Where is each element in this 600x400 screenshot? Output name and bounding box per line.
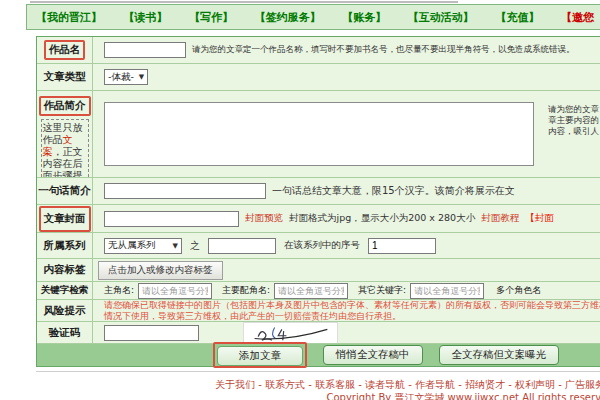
cover-red-link[interactable]: 【封面 xyxy=(525,212,554,225)
main-role-label: 主角名: xyxy=(104,284,134,297)
cover-tutorial-link[interactable]: 封面教程 xyxy=(481,212,519,225)
keywords-tail-text: 多个角色名 xyxy=(496,284,541,297)
row-tags: 内容标签 点击加入或修改内容标签 xyxy=(37,259,600,282)
main-role-input[interactable] xyxy=(138,283,212,299)
intro-side-line: 章主要内容的 xyxy=(548,115,599,126)
cover-format-text: 封面格式为jpg，显示大小为200 x 280大小 xyxy=(289,212,475,225)
label-title: 作品名 xyxy=(37,37,93,63)
intro-annotation-box: 作品简介 xyxy=(39,96,91,116)
footer-divider xyxy=(36,371,600,372)
support-role-input[interactable] xyxy=(274,283,348,299)
chevron-down-icon: ▼ xyxy=(139,73,144,81)
risk-line-2: 情况下使用，导致第三方维权，由此产生的一切赔偿责任均由您自行承担。 xyxy=(104,311,401,322)
series-name-input[interactable] xyxy=(208,238,276,254)
row-keywords: 关键字检索 主角名: 主要配角名: 其它关键字: 多个角色名 xyxy=(37,282,600,300)
row-intro: 作品简介 这里只放作品文案，正文内容在后面步骤提交 请为您的文章 章主要内容的 … xyxy=(37,91,600,178)
series-order-input[interactable] xyxy=(368,238,436,254)
add-annotation-box: 添加文章 xyxy=(213,342,307,368)
series-order-text: 在该系列中的序号 xyxy=(284,239,360,252)
nav-contract-service[interactable]: 【签约服务】 xyxy=(255,10,321,25)
cover-annotation-box: 文章封面 xyxy=(39,206,91,232)
keywords-label-text: 关键字检索 xyxy=(41,284,89,297)
intro-side-line: 内容，吸引人 xyxy=(548,126,599,137)
label-series: 所属系列 xyxy=(37,233,93,258)
label-captcha: 验证码 xyxy=(37,322,93,343)
nav-reading[interactable]: 【读书】 xyxy=(124,10,168,25)
nav-activities[interactable]: 【互动活动】 xyxy=(408,10,474,25)
save-draft-expose-button[interactable]: 全文存稿但文案曝光 xyxy=(439,345,560,365)
row-title: 作品名 请为您的文章定一个作品名称，填写时不要加书名号，也尽量不要出现半角符号，… xyxy=(37,37,600,64)
series-label-text: 所属系列 xyxy=(44,239,86,253)
label-tags: 内容标签 xyxy=(37,259,93,281)
save-draft-quiet-button[interactable]: 悄悄全文存稿中 xyxy=(323,345,423,365)
series-select[interactable]: 无从属系列 ▼ xyxy=(104,238,182,254)
cover-input[interactable] xyxy=(104,211,239,227)
footer-links[interactable]: 关于我们 - 联系方式 - 联系客服 - 读者导航 - 作者导航 - 招纳贤才 … xyxy=(0,378,600,392)
top-divider xyxy=(30,1,458,3)
series-select-value: 无从属系列 xyxy=(108,239,156,252)
label-cover: 文章封面 xyxy=(37,205,93,232)
nav-accounting[interactable]: 【账务】 xyxy=(342,10,386,25)
intro-note: 这里只放作品文案，正文内容在后面步骤提交 xyxy=(41,119,89,178)
title-annotation-box: 作品名 xyxy=(44,40,86,60)
intro-side-line: 请为您的文章 xyxy=(548,104,599,115)
intro-label-text: 作品简介 xyxy=(44,99,86,111)
support-role-label: 主要配角名: xyxy=(222,284,270,297)
type-label-text: 文章类型 xyxy=(44,70,86,84)
nav-my-jinjiang[interactable]: 【我的晋江】 xyxy=(36,10,102,25)
row-captcha: 验证码 xyxy=(37,322,600,344)
row-oneline: 一句话简介 一句话总结文章大意，限15个汉字。该简介将展示在文 xyxy=(37,178,600,205)
captcha-image xyxy=(243,322,338,344)
nav-writing[interactable]: 【写作】 xyxy=(189,10,233,25)
row-cover: 文章封面 封面预览 封面格式为jpg，显示大小为200 x 280大小 封面教程… xyxy=(37,205,600,233)
row-risk: 风险提示 请您确保已取得链接中的图片（包括图片本身及图片中包含的字体、素材等任何… xyxy=(37,300,600,322)
oneline-label-text: 一句话简介 xyxy=(38,184,91,198)
row-series: 所属系列 无从属系列 ▼ 之 在该系列中的序号 xyxy=(37,233,600,259)
title-help-text: 请为您的文章定一个作品名称，填写时不要加书名号，也尽量不要出现半角符号，以免造成… xyxy=(192,44,575,56)
genre-select-value: -体裁- xyxy=(108,71,134,84)
top-nav: 【我的晋江】 【读书】 【写作】 【签约服务】 【账务】 【互动活动】 【充值】… xyxy=(26,4,600,30)
label-intro: 作品简介 这里只放作品文案，正文内容在后面步骤提交 xyxy=(37,91,93,177)
page: 【我的晋江】 【读书】 【写作】 【签约服务】 【账务】 【互动活动】 【充值】… xyxy=(0,0,600,400)
intro-textarea[interactable] xyxy=(104,102,534,166)
label-keywords: 关键字检索 xyxy=(37,282,93,299)
title-label-text: 作品名 xyxy=(49,43,81,55)
label-risk: 风险提示 xyxy=(37,300,93,321)
risk-line-1: 请您确保已取得链接中的图片（包括图片本身及图片中包含的字体、素材等任何元素）的所… xyxy=(104,300,600,310)
label-type: 文章类型 xyxy=(37,64,93,90)
tags-label-text: 内容标签 xyxy=(44,263,86,277)
label-oneline: 一句话简介 xyxy=(37,178,93,204)
cover-preview-link[interactable]: 封面预览 xyxy=(245,212,283,225)
footer-copyright: Copyright By 晋江文学城 www.jjwxc.net All rig… xyxy=(0,391,600,400)
add-article-form: 作品名 请为您的文章定一个作品名称，填写时不要加书名号，也尽量不要出现半角符号，… xyxy=(36,36,600,367)
other-keywords-label: 其它关键字: xyxy=(358,284,406,297)
series-mid-text: 之 xyxy=(190,239,200,253)
chevron-down-icon: ▼ xyxy=(173,242,178,250)
cover-label-text: 文章封面 xyxy=(44,212,86,224)
captcha-label-text: 验证码 xyxy=(49,326,81,340)
genre-select[interactable]: -体裁- ▼ xyxy=(104,69,148,85)
risk-label-text: 风险提示 xyxy=(44,304,86,318)
title-input[interactable] xyxy=(104,42,186,58)
row-type: 文章类型 -体裁- ▼ xyxy=(37,64,600,91)
intro-side-note: 请为您的文章 章主要内容的 内容，吸引人 xyxy=(548,104,599,137)
add-article-button[interactable]: 添加文章 xyxy=(217,346,303,366)
tags-button[interactable]: 点击加入或修改内容标签 xyxy=(98,261,223,280)
captcha-input[interactable] xyxy=(104,325,199,341)
oneline-help-text: 一句话总结文章大意，限15个汉字。该简介将展示在文 xyxy=(272,184,515,198)
oneline-input[interactable] xyxy=(104,183,266,199)
nav-recharge[interactable]: 【充值】 xyxy=(495,10,539,25)
other-keywords-input[interactable] xyxy=(410,283,484,299)
form-actions: 添加文章 悄悄全文存稿中 全文存稿但文案曝光 xyxy=(37,344,600,366)
nav-invite[interactable]: 【邀您 xyxy=(561,10,594,25)
